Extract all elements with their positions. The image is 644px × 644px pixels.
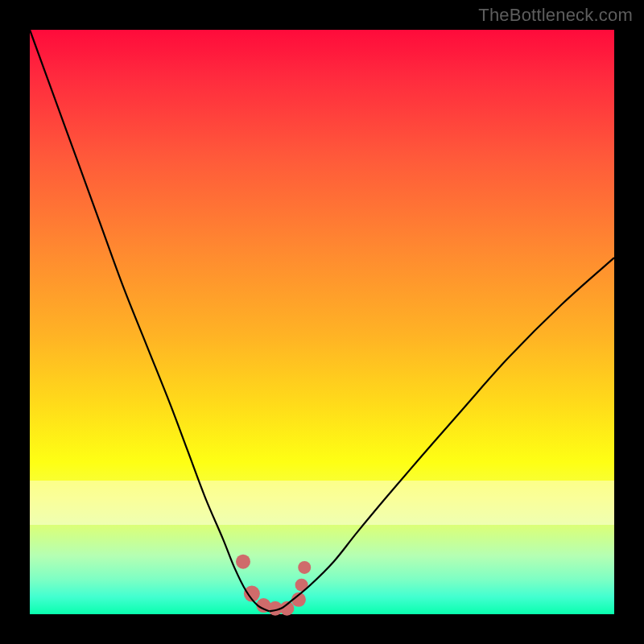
curve-layer bbox=[30, 30, 614, 614]
marker-cluster bbox=[236, 555, 311, 616]
watermark-text: TheBottleneck.com bbox=[478, 5, 633, 26]
right-curve bbox=[270, 258, 614, 611]
plot-area bbox=[30, 30, 614, 614]
marker-dot bbox=[236, 555, 250, 569]
marker-dot bbox=[298, 561, 311, 574]
chart-frame: TheBottleneck.com bbox=[0, 0, 644, 644]
left-curve bbox=[30, 30, 270, 611]
